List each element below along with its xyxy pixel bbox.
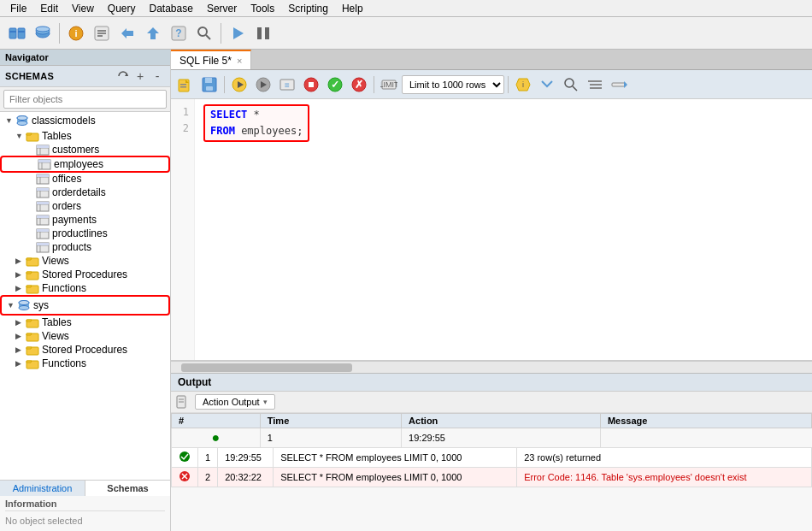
- new-connection-btn[interactable]: [5, 21, 29, 45]
- menu-help[interactable]: Help: [335, 1, 370, 16]
- scroll-thumb[interactable]: [181, 363, 352, 372]
- limit-select[interactable]: Limit to 1000 rows: [402, 75, 504, 94]
- orderdetails-table-icon: [36, 187, 50, 198]
- toolbar-btn-3[interactable]: [115, 21, 139, 45]
- tree-item-orders[interactable]: orders: [0, 199, 170, 213]
- toolbar-btn-6[interactable]: [192, 21, 216, 45]
- action-output-dropdown[interactable]: Action Output ▾: [195, 394, 275, 410]
- toolbar-btn-7[interactable]: [226, 21, 250, 45]
- row1-num: 1: [260, 428, 401, 448]
- sp-arrow[interactable]: ▶: [15, 270, 26, 279]
- tab-administration[interactable]: Administration: [0, 481, 85, 496]
- menu-view[interactable]: View: [65, 1, 101, 16]
- classicmodels-arrow[interactable]: ▼: [5, 116, 15, 125]
- tree-item-sys[interactable]: ▼ sys: [2, 297, 168, 314]
- code-area[interactable]: SELECT * FROM employees;: [195, 99, 812, 360]
- tree-item-offices[interactable]: offices: [0, 172, 170, 186]
- sys-db-icon: [17, 298, 31, 312]
- svg-point-63: [19, 306, 29, 310]
- tree-item-productlines[interactable]: productlines: [0, 227, 170, 240]
- tree-item-sys-functions[interactable]: ▶ Functions: [0, 357, 170, 370]
- views-arrow[interactable]: ▶: [15, 257, 26, 265]
- tree-item-payments[interactable]: payments: [0, 213, 170, 227]
- toolbar-btn-8[interactable]: [251, 21, 275, 45]
- sql-search-btn[interactable]: [560, 74, 582, 96]
- sys-arrow[interactable]: ▼: [7, 301, 17, 310]
- sql-more-btn[interactable]: [608, 74, 630, 96]
- sql-format-btn[interactable]: [536, 74, 558, 96]
- sql-run-btn[interactable]: [228, 74, 250, 96]
- schema-filter-input[interactable]: [3, 90, 167, 109]
- tree-item-orderdetails[interactable]: orderdetails: [0, 186, 170, 199]
- sql-file-tab[interactable]: SQL File 5* ×: [171, 50, 251, 69]
- right-panel: SQL File 5* × ≡: [171, 50, 812, 531]
- dropdown-arrow: ▾: [263, 398, 268, 406]
- sql-settings-btn[interactable]: LIMIT: [378, 74, 400, 96]
- sql-open-btn[interactable]: [174, 74, 197, 96]
- menu-database[interactable]: Database: [143, 1, 200, 16]
- tree-item-products[interactable]: products: [0, 240, 170, 254]
- sql-save-btn[interactable]: [198, 74, 221, 96]
- sys-views-folder-icon: [26, 330, 39, 342]
- tab-schemas[interactable]: Schemas: [85, 481, 170, 496]
- tree-item-tables[interactable]: ▼ Tables: [0, 129, 170, 143]
- orderdetails-label: orderdetails: [52, 186, 106, 198]
- navigator-bottom: Administration Schemas Information No ob…: [0, 480, 170, 531]
- sql-commit-btn[interactable]: ✓: [324, 74, 346, 96]
- tree-item-views-cm[interactable]: ▶ Views: [0, 254, 170, 268]
- tree-item-sys-sp[interactable]: ▶ Stored Procedures: [0, 343, 170, 357]
- h-scrollbar[interactable]: [171, 361, 812, 373]
- orders-label: orders: [52, 200, 81, 212]
- sql-run-selection-btn[interactable]: [252, 74, 274, 96]
- tables-arrow[interactable]: ▼: [15, 132, 26, 140]
- fn-folder-icon: [26, 282, 39, 294]
- menu-query[interactable]: Query: [101, 1, 143, 16]
- tree-item-stored-procedures-cm[interactable]: ▶ Stored Procedures: [0, 268, 170, 281]
- open-connection-btn[interactable]: [31, 21, 55, 45]
- ok-num: 1: [198, 448, 218, 468]
- toolbar-btn-4[interactable]: [141, 21, 165, 45]
- output-header: Output: [171, 374, 812, 392]
- svg-rect-18: [257, 27, 262, 39]
- sql-rollback-btn[interactable]: ✗: [348, 74, 370, 96]
- sql-analyze-btn[interactable]: i: [512, 74, 534, 96]
- menu-server[interactable]: Server: [200, 1, 244, 16]
- schemas-remove-btn[interactable]: -: [150, 68, 165, 84]
- row1-time: 19:29:55: [402, 428, 601, 448]
- code-editor[interactable]: 1 2 SELECT * FROM employees;: [171, 99, 812, 361]
- schemas-refresh-btn[interactable]: [115, 68, 131, 84]
- svg-rect-95: [590, 87, 602, 89]
- sys-tables-folder-icon: [26, 316, 39, 328]
- toolbar-btn-2[interactable]: [90, 21, 114, 45]
- employees-label: employees: [54, 158, 103, 170]
- sql-indent-btn[interactable]: [584, 74, 606, 96]
- svg-line-92: [573, 86, 577, 91]
- fn-arrow[interactable]: ▶: [15, 284, 26, 292]
- tree-item-classicmodels[interactable]: ▼ classicmodels: [0, 112, 170, 129]
- products-label: products: [52, 241, 91, 253]
- svg-rect-53: [37, 229, 49, 232]
- navigator-panel: Navigator SCHEMAS + -: [0, 50, 171, 531]
- sys-fn-folder-icon: [26, 357, 39, 369]
- toolbar-btn-5[interactable]: ?: [167, 21, 191, 45]
- menu-scripting[interactable]: Scripting: [281, 1, 335, 16]
- offices-label: offices: [52, 173, 81, 185]
- menu-file[interactable]: File: [3, 1, 33, 16]
- toolbar-btn-1[interactable]: i: [64, 21, 88, 45]
- sql-tab-label: SQL File 5*: [179, 55, 232, 67]
- tree-item-sys-tables[interactable]: ▶ Tables: [0, 316, 170, 329]
- sys-tables-label: Tables: [42, 316, 72, 328]
- tab-close-btn[interactable]: ×: [237, 56, 242, 66]
- svg-rect-93: [588, 80, 602, 82]
- menu-tools[interactable]: Tools: [244, 1, 281, 16]
- menu-edit[interactable]: Edit: [33, 1, 65, 16]
- svg-rect-96: [612, 83, 626, 86]
- sql-stop-btn[interactable]: [300, 74, 322, 96]
- tree-item-employees[interactable]: employees: [2, 157, 168, 171]
- schemas-add-btn[interactable]: +: [132, 68, 148, 84]
- svg-rect-94: [590, 84, 602, 86]
- tree-item-functions-cm[interactable]: ▶ Functions: [0, 281, 170, 295]
- sql-explain-btn[interactable]: ≡: [276, 74, 298, 96]
- tree-item-sys-views[interactable]: ▶ Views: [0, 329, 170, 343]
- tree-item-customers[interactable]: customers: [0, 143, 170, 156]
